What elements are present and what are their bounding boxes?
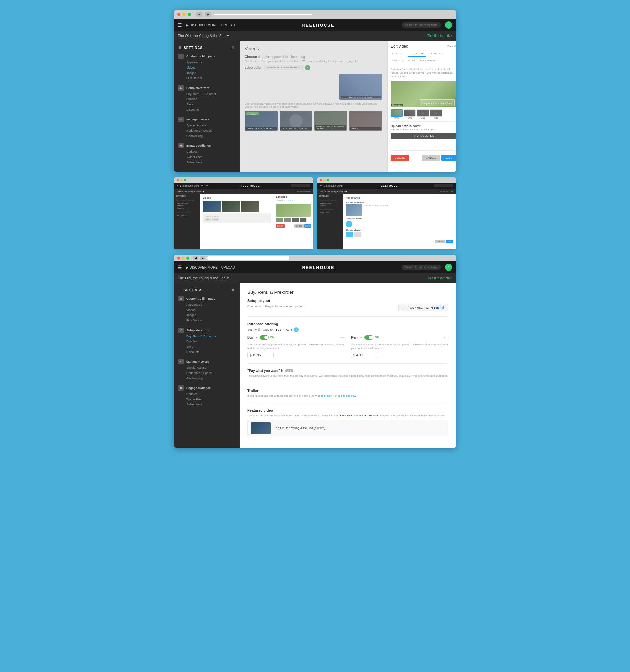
mini-url-bar-left[interactable]: [233, 179, 266, 180]
rent-price-input[interactable]: [351, 352, 377, 358]
delete-button[interactable]: DELETE: [391, 154, 409, 161]
sidebar-item-redemption-codes[interactable]: Redemption Codes: [174, 128, 240, 133]
cancel-button[interactable]: CANCEL: [422, 154, 440, 161]
avatar[interactable]: 0: [445, 21, 452, 28]
br-url-bar[interactable]: [207, 256, 289, 260]
br-sidebar-appearance[interactable]: Appearance: [174, 302, 240, 307]
sidebar-item-buy-rent[interactable]: Buy, Rent, & Pre-order: [174, 91, 240, 97]
rent-toggle[interactable]: ON: [364, 335, 379, 340]
sidebar-item-geoblocking[interactable]: Geoblocking: [174, 133, 240, 139]
br-sidebar-special[interactable]: Special Access: [174, 365, 240, 370]
br-sidebar-redemption[interactable]: Redemption Codes: [174, 370, 240, 376]
br-sidebar-close[interactable]: ✕: [231, 288, 235, 292]
sidebar-item-special-access[interactable]: Special Access: [174, 123, 240, 128]
url-bar[interactable]: [214, 14, 312, 15]
edit-cancel-top[interactable]: Cancel: [447, 45, 456, 48]
mini-close-dot-right[interactable]: [320, 179, 322, 181]
trailer-videos-link[interactable]: Videos section: [315, 394, 332, 397]
video-thumb-1[interactable]: TRAILER The Old, the Young & the Sea: [245, 111, 278, 131]
sidebar-item-images[interactable]: Images: [174, 70, 240, 75]
thumb-frame-2[interactable]: 0:01: [404, 109, 416, 119]
br-sidebar-buy-rent[interactable]: Buy, Rent, & Pre-order: [174, 334, 240, 339]
choose-file-button[interactable]: ⬆ CHOOSE FILE: [391, 133, 456, 139]
br-search-input[interactable]: [402, 265, 441, 270]
tab-thumbnail[interactable]: THUMBNAIL: [408, 51, 426, 57]
mini-fullscreen-dot[interactable]: [184, 179, 186, 181]
connect-paypal-button[interactable]: ✓ ✓ CONNECT WITH PayPal: [398, 304, 448, 311]
buy-price-input[interactable]: [247, 352, 274, 358]
thumb-frame-4[interactable]: ⊞ 7:56: [430, 109, 442, 119]
br-sidebar-film-details[interactable]: Film Details: [174, 318, 240, 323]
mini-search-left[interactable]: [291, 184, 310, 188]
sidebar-item-store[interactable]: Store: [174, 102, 240, 107]
hamburger-icon[interactable]: ☰: [178, 22, 182, 28]
sidebar-item-bundles[interactable]: Bundles: [174, 97, 240, 102]
mini-layout-2[interactable]: [354, 232, 361, 237]
mini-minimize-dot-right[interactable]: [323, 179, 326, 181]
save-button[interactable]: SAVE: [441, 154, 456, 161]
tab-settings[interactable]: SETTINGS: [391, 51, 407, 57]
mini-url-bar-right[interactable]: [376, 179, 408, 180]
br-sidebar-videos[interactable]: Videos: [174, 307, 240, 313]
mini-save-right[interactable]: SAVE: [446, 240, 453, 243]
mini-color-swatch[interactable]: [346, 221, 352, 227]
br-discover-link[interactable]: ▶ DISCOVER MORE: [186, 266, 218, 269]
drag-upload-area[interactable]: [391, 141, 456, 151]
mini-save-btn-left[interactable]: SAVE: [304, 224, 311, 227]
close-dot[interactable]: [177, 13, 180, 16]
pwyw-toggle-badge[interactable]: OFF: [285, 369, 293, 372]
search-input[interactable]: [402, 22, 441, 28]
sidebar-item-film-details[interactable]: Film Details: [174, 75, 240, 81]
sidebar-item-appearance[interactable]: Appearance: [174, 60, 240, 65]
mini-close-dot[interactable]: [177, 179, 179, 181]
br-minimize-dot[interactable]: [182, 257, 185, 260]
br-avatar[interactable]: 0: [445, 264, 452, 271]
video-thumb-4[interactable]: Teaser #2: [349, 111, 382, 131]
tab-music[interactable]: MUSIC: [406, 58, 418, 64]
sidebar-item-videos[interactable]: Videos: [174, 65, 240, 70]
br-sidebar-twitter[interactable]: Twitter Feed: [174, 397, 240, 402]
buy-toggle[interactable]: ON: [259, 335, 275, 340]
sidebar-item-discounts[interactable]: Discounts: [174, 107, 240, 112]
br-sidebar-images[interactable]: Images: [174, 313, 240, 318]
trailer-upload-link[interactable]: upload one now: [337, 394, 356, 397]
br-sidebar-subscribers[interactable]: Subscribers: [174, 402, 240, 407]
br-hamburger-icon[interactable]: ☰: [178, 265, 182, 270]
forward-button[interactable]: ▶: [205, 12, 211, 17]
back-button[interactable]: ◀: [196, 12, 202, 17]
mini-cancel-btn-left[interactable]: CANCEL: [294, 224, 304, 227]
mini-delete-btn-left[interactable]: DELETE: [276, 224, 285, 227]
tab-credits[interactable]: CREDITS: [391, 58, 405, 64]
tab-subtitles[interactable]: SUBTITLES: [427, 51, 444, 57]
rent-toggle-track[interactable]: [364, 335, 373, 340]
br-sidebar-discounts[interactable]: Discounts: [174, 349, 240, 355]
purchase-info-icon[interactable]: i: [294, 327, 299, 332]
br-sidebar-geoblocking[interactable]: Geoblocking: [174, 376, 240, 381]
br-fullscreen-dot[interactable]: [186, 257, 189, 260]
mini-cancel-right[interactable]: CANCEL: [435, 240, 445, 243]
thumb-frame-1[interactable]: 0:00: [391, 109, 403, 119]
br-back-btn[interactable]: ◀: [193, 256, 198, 260]
mini-minimize-dot[interactable]: [180, 179, 182, 181]
br-sidebar-store[interactable]: Store: [174, 344, 240, 349]
video-thumb-3[interactable]: Teaser #1: The Old, the Young & the Sea: [314, 111, 347, 131]
mini-search-right[interactable]: [434, 184, 453, 188]
tab-equipment[interactable]: EQUIPMENT: [419, 58, 437, 64]
sidebar-close-button[interactable]: ✕: [231, 45, 235, 50]
discover-more-link[interactable]: ▶ DISCOVER MORE: [186, 23, 218, 27]
br-sidebar-bundles[interactable]: Bundles: [174, 339, 240, 344]
buy-toggle-track[interactable]: [259, 335, 269, 340]
select-trailer-dropdown[interactable]: FilmName - Official Trailer ▾: [264, 65, 303, 70]
sidebar-item-subscribers[interactable]: Subscribers: [174, 160, 240, 165]
br-sidebar-updates[interactable]: Updates: [174, 391, 240, 397]
fv-videos-link[interactable]: Videos section: [338, 414, 356, 417]
br-upload-link[interactable]: UPLOAD: [222, 266, 235, 269]
minimize-dot[interactable]: [182, 13, 186, 16]
sidebar-item-twitter[interactable]: Twitter Feed: [174, 154, 240, 160]
br-fwd-btn[interactable]: ▶: [200, 256, 205, 260]
fv-upload-link[interactable]: upload one now: [359, 414, 378, 417]
video-thumb-2[interactable]: The Old, the Young & the Sea: [280, 111, 312, 131]
mini-layout-1[interactable]: [346, 232, 353, 237]
thumb-frame-3[interactable]: ⊞ 2:11: [417, 109, 429, 119]
fullscreen-dot[interactable]: [188, 13, 191, 16]
